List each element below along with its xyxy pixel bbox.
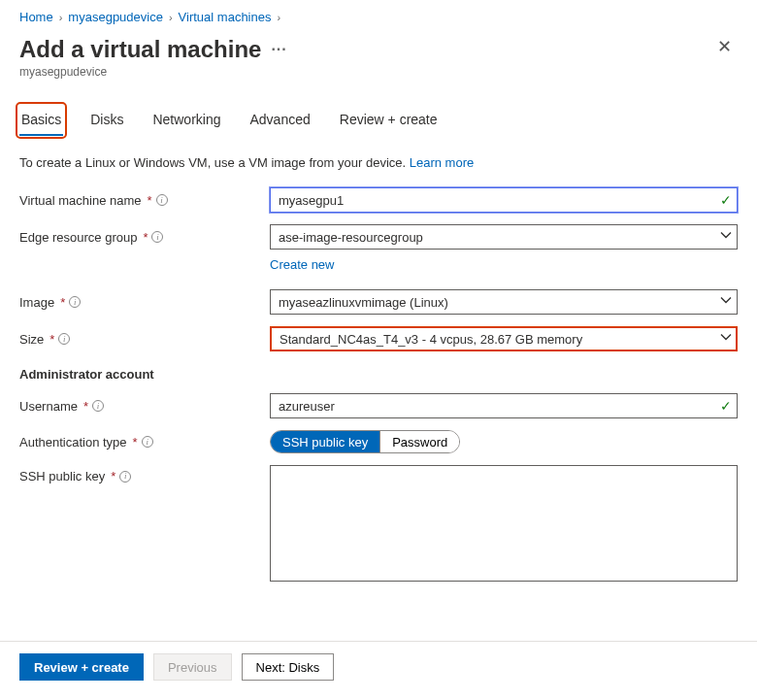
page-title: Add a virtual machine ···: [19, 36, 287, 63]
create-new-rg-link[interactable]: Create new: [270, 257, 334, 272]
check-icon: ✓: [720, 398, 732, 414]
breadcrumb-device[interactable]: myasegpudevice: [68, 10, 163, 24]
label-auth-type: Authentication type* i: [19, 435, 270, 450]
vm-name-input[interactable]: [270, 187, 738, 213]
size-select[interactable]: Standard_NC4as_T4_v3 - 4 vcpus, 28.67 GB…: [270, 326, 738, 351]
tab-basics[interactable]: Basics: [19, 106, 63, 135]
tab-advanced[interactable]: Advanced: [248, 106, 313, 135]
tab-review-create[interactable]: Review + create: [338, 106, 440, 135]
label-size: Size* i: [19, 332, 270, 347]
info-icon[interactable]: i: [142, 436, 153, 448]
auth-type-toggle: SSH public key Password: [270, 430, 460, 453]
username-input[interactable]: [270, 393, 738, 418]
ssh-key-textarea[interactable]: [270, 465, 738, 582]
info-icon[interactable]: i: [69, 296, 81, 308]
chevron-right-icon: ›: [169, 12, 173, 23]
label-username: Username* i: [19, 399, 270, 414]
auth-password-option[interactable]: Password: [379, 431, 459, 452]
breadcrumb-vms[interactable]: Virtual machines: [179, 10, 272, 24]
chevron-right-icon: ›: [277, 12, 280, 23]
chevron-right-icon: ›: [59, 12, 63, 23]
label-resource-group: Edge resource group* i: [19, 230, 270, 245]
page-subtitle: myasegpudevice: [19, 65, 287, 79]
breadcrumb-home[interactable]: Home: [19, 10, 53, 24]
close-icon: ✕: [717, 37, 732, 56]
info-icon[interactable]: i: [58, 333, 70, 345]
info-icon[interactable]: i: [156, 194, 168, 206]
image-select[interactable]: myaseazlinuxvmimage (Linux): [270, 289, 738, 315]
more-actions-icon[interactable]: ···: [271, 41, 286, 58]
review-create-button[interactable]: Review + create: [19, 653, 144, 681]
info-icon[interactable]: i: [119, 471, 131, 483]
footer-actions: Review + create Previous Next: Disks: [0, 641, 757, 692]
label-image: Image* i: [19, 295, 270, 310]
intro-text: To create a Linux or Windows VM, use a V…: [19, 155, 738, 170]
tabs: Basics Disks Networking Advanced Review …: [19, 106, 738, 136]
auth-ssh-option[interactable]: SSH public key: [271, 431, 379, 452]
resource-group-select[interactable]: ase-image-resourcegroup: [270, 224, 738, 250]
check-icon: ✓: [720, 192, 732, 208]
label-ssh-key: SSH public key* i: [19, 465, 270, 483]
previous-button: Previous: [153, 653, 232, 681]
info-icon[interactable]: i: [92, 400, 104, 412]
breadcrumb: Home › myasegpudevice › Virtual machines…: [19, 10, 738, 24]
tab-disks[interactable]: Disks: [88, 106, 125, 135]
label-vm-name: Virtual machine name* i: [19, 193, 270, 208]
learn-more-link[interactable]: Learn more: [410, 155, 474, 170]
info-icon[interactable]: i: [151, 231, 163, 243]
close-button[interactable]: ✕: [711, 32, 738, 61]
tab-networking[interactable]: Networking: [150, 106, 222, 135]
next-button[interactable]: Next: Disks: [242, 653, 335, 681]
section-administrator-account: Administrator account: [19, 367, 738, 382]
